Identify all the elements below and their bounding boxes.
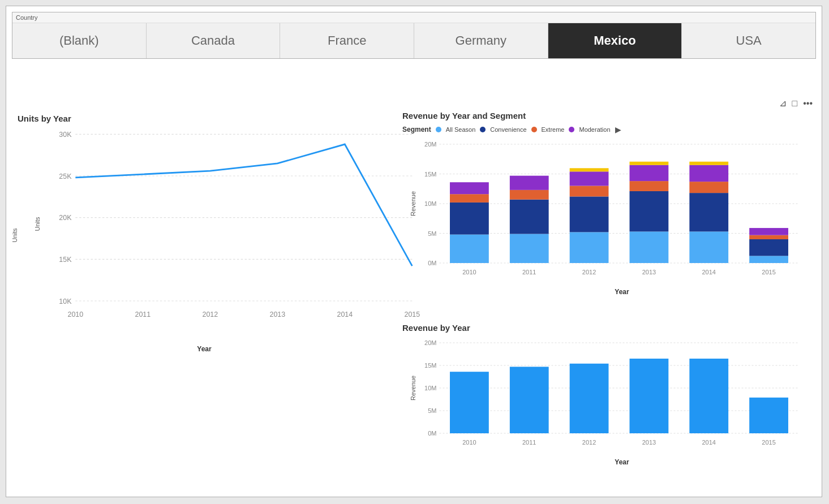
svg-text:5M: 5M bbox=[428, 407, 436, 414]
units-y-label: Units bbox=[34, 217, 41, 231]
svg-rect-77 bbox=[630, 359, 669, 433]
legend-label-convenience: Convenience bbox=[490, 126, 526, 133]
svg-text:25K: 25K bbox=[59, 173, 72, 180]
rev-segment-x-label: Year bbox=[433, 288, 810, 296]
svg-rect-46 bbox=[630, 165, 669, 181]
svg-rect-73 bbox=[510, 367, 549, 433]
svg-text:20M: 20M bbox=[424, 141, 436, 148]
svg-text:2015: 2015 bbox=[762, 269, 775, 275]
svg-rect-40 bbox=[570, 171, 609, 186]
svg-rect-33 bbox=[510, 200, 549, 234]
units-chart-inner: 30K25K20K15K10K201020112012201320142015U… bbox=[46, 128, 419, 320]
more-options-icon[interactable]: ••• bbox=[803, 98, 813, 109]
units-chart-title: Units by Year bbox=[18, 114, 391, 123]
svg-rect-58 bbox=[749, 228, 788, 235]
svg-text:Revenue: Revenue bbox=[410, 191, 416, 216]
svg-rect-38 bbox=[570, 196, 609, 232]
svg-text:15M: 15M bbox=[424, 171, 436, 178]
svg-text:20M: 20M bbox=[424, 339, 436, 346]
svg-text:10M: 10M bbox=[424, 200, 436, 207]
svg-rect-57 bbox=[749, 235, 788, 239]
svg-rect-51 bbox=[689, 182, 728, 193]
svg-text:2010: 2010 bbox=[462, 439, 476, 446]
legend-label-all-season: All Season bbox=[446, 126, 476, 133]
filter-icon[interactable]: ⊿ bbox=[779, 98, 787, 109]
svg-text:10M: 10M bbox=[424, 385, 436, 391]
svg-text:2011: 2011 bbox=[135, 311, 151, 318]
legend-dot-moderation bbox=[569, 127, 574, 132]
svg-rect-45 bbox=[630, 181, 669, 191]
country-btn-blank[interactable]: (Blank) bbox=[12, 23, 147, 58]
rev-year-container: Revenue by Year 0M5M10M15M20MRevenue2010… bbox=[402, 323, 810, 487]
svg-text:Revenue: Revenue bbox=[410, 376, 416, 400]
svg-rect-28 bbox=[450, 203, 489, 235]
country-btn-mexico[interactable]: Mexico bbox=[548, 23, 682, 58]
country-btn-germany[interactable]: Germany bbox=[414, 23, 548, 58]
svg-rect-43 bbox=[630, 231, 669, 263]
units-chart-container: Units by Year Units 30K25K20K15K10K20102… bbox=[18, 114, 391, 357]
segment-legend: SegmentAll SeasonConvenienceExtremeModer… bbox=[402, 125, 810, 134]
svg-text:2010: 2010 bbox=[67, 311, 83, 318]
svg-rect-27 bbox=[450, 235, 489, 263]
rev-year-chart-area: 0M5M10M15M20MRevenue20102011201220132014… bbox=[402, 337, 810, 456]
legend-dot-extreme bbox=[531, 127, 537, 132]
svg-text:2015: 2015 bbox=[762, 439, 775, 446]
svg-text:2013: 2013 bbox=[269, 311, 285, 318]
svg-text:2011: 2011 bbox=[522, 439, 536, 446]
units-y-axis-label: Units bbox=[11, 228, 18, 242]
units-chart-area: Units 30K25K20K15K10K2010201120122013201… bbox=[18, 128, 391, 343]
legend-dot-all-season bbox=[436, 127, 441, 132]
svg-rect-81 bbox=[749, 398, 788, 433]
country-btn-usa[interactable]: USA bbox=[682, 23, 815, 58]
country-buttons: (Blank)CanadaFranceGermanyMexicoUSA bbox=[12, 23, 815, 58]
rev-year-title: Revenue by Year bbox=[402, 323, 810, 333]
svg-text:2011: 2011 bbox=[522, 269, 536, 275]
svg-text:2013: 2013 bbox=[642, 269, 656, 275]
svg-text:15M: 15M bbox=[424, 362, 436, 369]
svg-rect-30 bbox=[450, 182, 489, 194]
slicer-label: Country bbox=[12, 12, 815, 23]
svg-rect-35 bbox=[510, 176, 549, 190]
svg-text:2014: 2014 bbox=[337, 311, 353, 318]
svg-text:0M: 0M bbox=[428, 430, 436, 437]
svg-text:2013: 2013 bbox=[642, 439, 656, 446]
legend-label-moderation: Moderation bbox=[579, 126, 610, 133]
svg-text:0M: 0M bbox=[428, 260, 436, 266]
svg-rect-29 bbox=[450, 194, 489, 203]
svg-text:10K: 10K bbox=[59, 298, 72, 305]
svg-rect-34 bbox=[510, 190, 549, 200]
rev-segment-container: Revenue by Year and Segment SegmentAll S… bbox=[402, 111, 810, 315]
svg-text:2010: 2010 bbox=[462, 269, 476, 275]
svg-rect-56 bbox=[749, 239, 788, 256]
svg-text:5M: 5M bbox=[428, 230, 436, 237]
country-btn-france[interactable]: France bbox=[280, 23, 414, 58]
expand-icon[interactable]: □ bbox=[792, 98, 798, 109]
svg-text:2012: 2012 bbox=[582, 269, 596, 275]
svg-rect-37 bbox=[570, 232, 609, 263]
rev-year-x-label: Year bbox=[433, 458, 810, 466]
svg-text:2012: 2012 bbox=[202, 311, 218, 318]
legend-more-icon[interactable]: ▶ bbox=[615, 125, 621, 134]
country-btn-canada[interactable]: Canada bbox=[147, 23, 281, 58]
legend-dot-convenience bbox=[480, 127, 486, 132]
svg-rect-49 bbox=[689, 231, 728, 263]
svg-rect-55 bbox=[749, 256, 788, 263]
svg-rect-52 bbox=[689, 165, 728, 182]
svg-rect-75 bbox=[570, 364, 609, 433]
country-slicer: Country (Blank)CanadaFranceGermanyMexico… bbox=[12, 12, 816, 59]
svg-rect-39 bbox=[570, 186, 609, 197]
svg-rect-41 bbox=[570, 168, 609, 171]
dashboard: Country (Blank)CanadaFranceGermanyMexico… bbox=[6, 6, 822, 497]
svg-rect-71 bbox=[450, 372, 489, 433]
svg-text:2014: 2014 bbox=[702, 269, 716, 275]
segment-text-label: Segment bbox=[402, 126, 431, 133]
svg-text:20K: 20K bbox=[59, 214, 72, 222]
legend-label-extreme: Extreme bbox=[542, 126, 565, 133]
svg-rect-32 bbox=[510, 234, 549, 263]
svg-text:30K: 30K bbox=[59, 131, 72, 139]
svg-text:2014: 2014 bbox=[702, 439, 716, 446]
svg-rect-79 bbox=[689, 359, 728, 433]
stacked-chart-area: 0M5M10M15M20MRevenue20102011201220132014… bbox=[402, 139, 810, 286]
toolbar: ⊿ □ ••• bbox=[779, 98, 813, 109]
svg-rect-53 bbox=[689, 162, 728, 165]
